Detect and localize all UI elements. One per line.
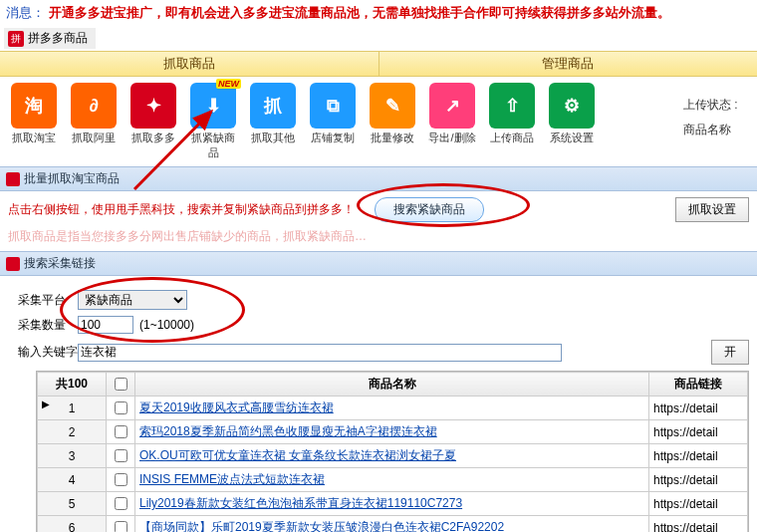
results-table: 共100 商品名称 商品链接 ▶1夏天2019收腰风衣式高腰雪纺连衣裙https… (37, 372, 748, 532)
keyword-label: 输入关键字 (18, 344, 78, 361)
notice-bar: 消息： 开通多多进宝推广，即有机会进入多多进宝流量商品池，无需单独找推手合作即可… (0, 0, 757, 26)
tool-ali[interactable]: ∂抓取阿里 (68, 83, 120, 145)
row-checkbox-cell[interactable] (107, 492, 135, 516)
tip-text: 点击右侧按钮，使用甩手黑科技，搜索并复制紧缺商品到拼多多！ (8, 201, 355, 218)
panel-crawl-tip2: 抓取商品是指当您接多多分网出售店铺缺少的商品，抓取紧缺商品… (0, 228, 757, 251)
col-count: 共100 (38, 373, 107, 397)
upload-icon: ⇧ (489, 83, 535, 129)
results-table-wrap: 共100 商品名称 商品链接 ▶1夏天2019收腰风衣式高腰雪纺连衣裙https… (36, 371, 749, 532)
row-title: 夏天2019收腰风衣式高腰雪纺连衣裙 (135, 397, 649, 420)
platform-select[interactable]: 紧缺商品 (78, 290, 187, 310)
product-link[interactable]: 夏天2019收腰风衣式高腰雪纺连衣裙 (139, 400, 334, 414)
product-link[interactable]: OK.OU可欧可优女童连衣裙 女童条纹长款连衣裙浏女裙子夏 (139, 448, 456, 462)
row-number: 6 (38, 516, 107, 533)
row-checkbox[interactable] (115, 449, 127, 462)
open-button[interactable]: 开 (711, 340, 749, 365)
product-link[interactable]: 【商场同款】乐町2019夏季新款女装压皱浪漫白色连衣裙C2FA92202 (139, 520, 504, 532)
tool-pdd[interactable]: ✦抓取多多 (127, 83, 179, 145)
row-title: Lily2019春新款女装红色泡泡袖系带直身连衣裙119110C7273 (135, 492, 649, 516)
main-toolbar: 淘抓取淘宝 ∂抓取阿里 ✦抓取多多 NEW⬇抓紧缺商品 抓抓取其他 ⧉店铺复制 … (0, 77, 757, 166)
category-header: 抓取商品 管理商品 (0, 51, 757, 77)
ali-icon: ∂ (71, 83, 117, 129)
platform-label: 采集平台 (18, 292, 78, 309)
notice-text: 开通多多进宝推广，即有机会进入多多进宝流量商品池，无需单独找推手合作即可持续获得… (49, 5, 670, 20)
row-checkbox-cell[interactable] (107, 397, 135, 420)
table-row[interactable]: 4INSIS FEMME波点法式短款连衣裙https://detail (38, 468, 748, 492)
keyword-input[interactable] (78, 344, 562, 362)
pdd-logo-icon: 拼 (8, 31, 24, 47)
filter-labels: 上传状态 : 商品名称 (683, 83, 753, 146)
row-link: https://detail (649, 420, 748, 444)
row-title: INSIS FEMME波点法式短款连衣裙 (135, 468, 649, 492)
panel-icon (6, 172, 20, 186)
crawl-settings-button[interactable]: 抓取设置 (675, 197, 749, 222)
row-link: https://detail (649, 397, 748, 420)
panel-search-title: 搜索采集链接 (0, 251, 757, 276)
count-input[interactable] (78, 316, 133, 334)
copy-icon: ⧉ (310, 83, 356, 129)
row-number: 4 (38, 468, 107, 492)
tool-upload[interactable]: ⇧上传商品 (486, 83, 538, 145)
table-row[interactable]: 3OK.OU可欧可优女童连衣裙 女童条纹长款连衣裙浏女裙子夏https://de… (38, 444, 748, 468)
row-checkbox[interactable] (115, 425, 127, 438)
export-icon: ↗ (429, 83, 475, 129)
edit-icon: ✎ (370, 83, 415, 129)
category-manage: 管理商品 (379, 52, 758, 76)
row-checkbox-cell[interactable] (107, 468, 135, 492)
table-row[interactable]: ▶1夏天2019收腰风衣式高腰雪纺连衣裙https://detail (38, 397, 748, 420)
tool-jinque[interactable]: NEW⬇抓紧缺商品 (187, 83, 239, 160)
notice-prefix: 消息： (6, 5, 45, 20)
table-row[interactable]: 5Lily2019春新款女装红色泡泡袖系带直身连衣裙119110C7273htt… (38, 492, 748, 516)
tool-settings[interactable]: ⚙系统设置 (546, 83, 598, 145)
window-tabs: 拼 拼多多商品 (0, 26, 757, 51)
row-checkbox[interactable] (115, 497, 127, 510)
row-link: https://detail (649, 444, 748, 468)
tab-label: 拼多多商品 (28, 30, 88, 47)
panel-icon (6, 257, 20, 271)
panel-crawl-tip: 点击右侧按钮，使用甩手黑科技，搜索并复制紧缺商品到拼多多！ 搜索紧缺商品 抓取设… (0, 191, 757, 228)
row-checkbox-cell[interactable] (107, 516, 135, 533)
select-all-checkbox[interactable] (115, 378, 127, 391)
pdd-icon: ✦ (130, 83, 176, 129)
row-title: 【商场同款】乐町2019夏季新款女装压皱浪漫白色连衣裙C2FA92202 (135, 516, 649, 533)
row-checkbox[interactable] (115, 473, 127, 486)
product-link[interactable]: INSIS FEMME波点法式短款连衣裙 (139, 472, 325, 486)
row-checkbox-cell[interactable] (107, 444, 135, 468)
tool-other[interactable]: 抓抓取其他 (247, 83, 299, 145)
row-link: https://detail (649, 468, 748, 492)
row-number: 2 (38, 420, 107, 444)
field-platform: 采集平台 紧缺商品 (18, 290, 749, 310)
tool-batch-edit[interactable]: ✎批量修改 (367, 83, 418, 145)
search-form: 采集平台 紧缺商品 采集数量 (1~10000) 输入关键字 开 共100 商品… (0, 276, 757, 532)
col-product-name: 商品名称 (135, 373, 649, 397)
panel-crawl-title: 批量抓取淘宝商品 (0, 166, 757, 191)
table-row[interactable]: 2索玛2018夏季新品简约黑色收腰显瘦无袖A字裙摆连衣裙https://deta… (38, 420, 748, 444)
grab-icon: 抓 (250, 83, 296, 129)
col-select-all[interactable] (107, 373, 135, 397)
table-row[interactable]: 6【商场同款】乐町2019夏季新款女装压皱浪漫白色连衣裙C2FA92202htt… (38, 516, 748, 533)
tip-text-2: 抓取商品是指当您接多多分网出售店铺缺少的商品，抓取紧缺商品… (8, 228, 367, 245)
taobao-icon: 淘 (11, 83, 57, 129)
row-checkbox[interactable] (115, 401, 127, 414)
row-number: 5 (38, 492, 107, 516)
tool-copy-shop[interactable]: ⧉店铺复制 (307, 83, 359, 145)
row-checkbox-cell[interactable] (107, 420, 135, 444)
row-title: OK.OU可欧可优女童连衣裙 女童条纹长款连衣裙浏女裙子夏 (135, 444, 649, 468)
field-keyword: 输入关键字 开 (18, 340, 749, 365)
search-shortage-button[interactable]: 搜索紧缺商品 (375, 197, 484, 222)
tab-pdd-products[interactable]: 拼 拼多多商品 (4, 28, 96, 49)
tool-taobao[interactable]: 淘抓取淘宝 (8, 83, 60, 145)
download-icon: ⬇ (190, 83, 236, 129)
row-checkbox[interactable] (115, 521, 127, 532)
tool-export[interactable]: ↗导出/删除 (426, 83, 478, 145)
gear-icon: ⚙ (549, 83, 595, 129)
col-product-link: 商品链接 (649, 373, 748, 397)
row-title: 索玛2018夏季新品简约黑色收腰显瘦无袖A字裙摆连衣裙 (135, 420, 649, 444)
row-number: 3 (38, 444, 107, 468)
product-link[interactable]: Lily2019春新款女装红色泡泡袖系带直身连衣裙119110C7273 (139, 496, 462, 510)
count-hint: (1~10000) (139, 318, 194, 332)
row-link: https://detail (649, 492, 748, 516)
count-label: 采集数量 (18, 317, 78, 334)
upload-status-label: 上传状态 : (683, 97, 753, 114)
product-link[interactable]: 索玛2018夏季新品简约黑色收腰显瘦无袖A字裙摆连衣裙 (139, 424, 437, 438)
